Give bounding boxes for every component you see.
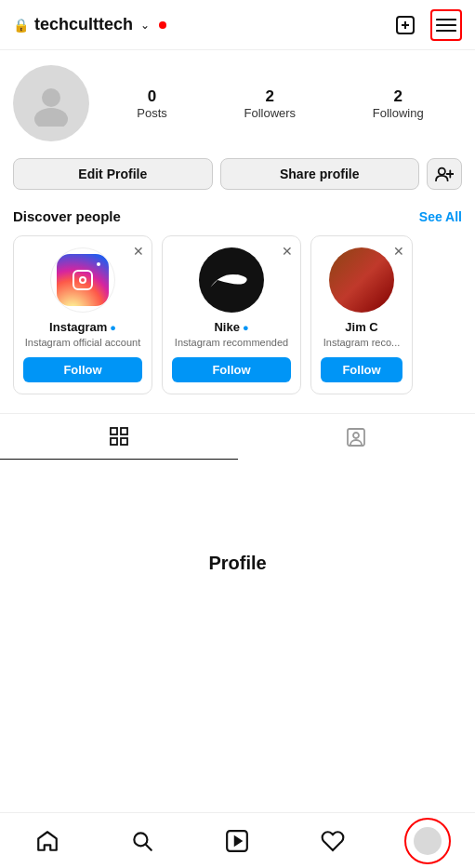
chevron-down-icon: ⌄: [140, 19, 150, 32]
jim-avatar: [329, 247, 394, 313]
tab-grid[interactable]: [0, 414, 238, 460]
svg-rect-12: [121, 428, 127, 434]
posts-label: Posts: [137, 106, 167, 120]
close-instagram-button[interactable]: ✕: [133, 244, 144, 259]
bottom-nav: [0, 812, 475, 868]
suggestion-sub-jim: Instagram reco...: [323, 337, 401, 348]
svg-rect-13: [111, 438, 117, 445]
profile-avatar: [13, 65, 89, 141]
posts-stat: 0 Posts: [137, 87, 167, 120]
header: 🔒 techculttech ⌄: [0, 0, 475, 50]
lock-icon: 🔒: [13, 18, 29, 33]
followers-stat[interactable]: 2 Followers: [244, 87, 296, 120]
svg-point-8: [439, 168, 445, 175]
svg-rect-11: [111, 428, 117, 434]
verified-badge-instagram: ●: [110, 322, 116, 333]
profile-nav-avatar: [414, 827, 442, 855]
action-buttons: Edit Profile Share profile: [0, 151, 475, 197]
nav-search[interactable]: [119, 818, 165, 864]
suggestion-name-nike: Nike ●: [214, 320, 248, 334]
instagram-logo-icon: [57, 254, 109, 306]
svg-rect-14: [121, 438, 127, 445]
nike-avatar: [199, 247, 264, 313]
suggestion-sub-nike: Instagram recommended: [175, 337, 288, 348]
followers-label: Followers: [244, 106, 296, 120]
follow-instagram-button[interactable]: Follow: [23, 357, 142, 382]
follow-jim-button[interactable]: Follow: [321, 357, 402, 382]
empty-area: [0, 460, 475, 534]
suggestions-scroll: ✕ Instagram ● Instagram official account…: [0, 232, 475, 409]
share-profile-button[interactable]: Share profile: [220, 158, 420, 190]
add-content-button[interactable]: [389, 9, 421, 41]
svg-point-6: [42, 88, 60, 107]
svg-point-16: [353, 433, 359, 438]
suggestion-sub-instagram: Instagram official account: [25, 337, 141, 348]
tab-tagged[interactable]: [238, 414, 476, 460]
profile-label: Profile: [208, 553, 266, 574]
close-jim-button[interactable]: ✕: [393, 244, 404, 259]
suggestion-card-jim: ✕ Jim C Instagram reco... Follow: [310, 235, 413, 394]
suggestion-card-instagram: ✕ Instagram ● Instagram official account…: [13, 235, 152, 394]
followers-count: 2: [266, 87, 274, 106]
follow-nike-button[interactable]: Follow: [172, 357, 291, 382]
suggestion-name-instagram: Instagram ●: [49, 320, 116, 334]
stats-row: 0 Posts 2 Followers 2 Following: [99, 87, 462, 120]
tabs-row: [0, 413, 475, 460]
discover-title: Discover people: [13, 208, 121, 224]
following-label: Following: [373, 106, 424, 120]
profile-section: 0 Posts 2 Followers 2 Following: [0, 50, 475, 151]
menu-button[interactable]: [430, 9, 462, 41]
header-left: 🔒 techculttech ⌄: [13, 15, 389, 34]
instagram-avatar: [50, 247, 115, 313]
suggestion-name-jim: Jim C: [345, 320, 377, 334]
close-nike-button[interactable]: ✕: [282, 244, 293, 259]
svg-point-7: [34, 108, 68, 127]
svg-line-18: [146, 844, 152, 849]
header-actions: [389, 9, 462, 41]
discover-header: Discover people See All: [0, 197, 475, 232]
svg-marker-20: [235, 836, 242, 845]
profile-label-area: Profile: [0, 534, 475, 583]
live-dot: [159, 21, 166, 29]
verified-badge-nike: ●: [243, 322, 249, 333]
edit-profile-button[interactable]: Edit Profile: [13, 158, 213, 190]
suggestion-card-nike: ✕ Nike ● Instagram recommended Follow: [162, 235, 301, 394]
add-friend-button[interactable]: [427, 158, 462, 190]
nav-profile[interactable]: [404, 818, 451, 864]
nav-activity[interactable]: [310, 818, 356, 864]
nav-home[interactable]: [24, 818, 71, 864]
following-count: 2: [393, 87, 402, 106]
following-stat[interactable]: 2 Following: [373, 87, 424, 120]
posts-count: 0: [148, 87, 156, 106]
username: techculttech: [34, 15, 133, 34]
nav-reels[interactable]: [214, 818, 260, 864]
see-all-link[interactable]: See All: [419, 209, 462, 224]
